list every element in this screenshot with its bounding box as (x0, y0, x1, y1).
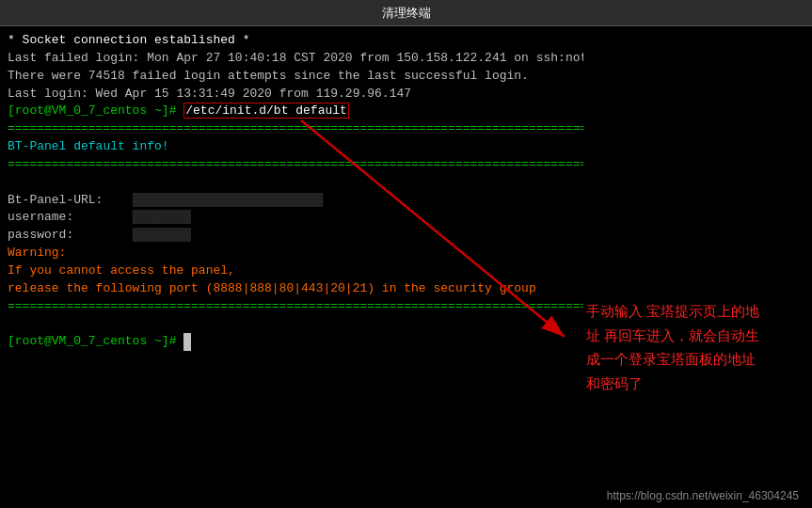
title-bar: 清理终端 (0, 0, 812, 26)
terminal-line: Last login: Wed Apr 15 13:31:49 2020 fro… (8, 86, 576, 103)
terminal-line (8, 316, 576, 334)
terminal-line: Last failed login: Mon Apr 27 10:40:18 C… (8, 50, 576, 68)
separator-line: ========================================… (8, 156, 576, 174)
username-line: username: ████████ (8, 209, 576, 227)
bottom-url: https://blog.csdn.net/weixin_46304245 (607, 489, 799, 502)
annotation-text: 手动输入 宝塔提示页上的地 址 再回车进入，就会自动生 成一个登录宝塔面板的地址… (586, 299, 793, 395)
bt-url-line: Bt-Panel-URL: ██████████████████████████ (8, 192, 576, 210)
warning-line2: release the following port (8888|888|80|… (8, 280, 576, 298)
terminal-line (8, 174, 576, 192)
terminal-line: There were 74518 failed login attempts s… (8, 68, 576, 86)
title-label: 清理终端 (382, 5, 431, 22)
terminal-line: [root@VM_0_7_centos ~]# /etc/init.d/bt d… (8, 103, 576, 120)
warning-line1: If you cannot access the panel, (8, 262, 576, 280)
prompt-line: [root@VM_0_7_centos ~]# (8, 333, 576, 351)
separator-line: ========================================… (8, 120, 576, 138)
password-line: password: ████████ (8, 227, 576, 245)
warning-label: Warning: (8, 245, 576, 262)
terminal-line: * Socket connection established * (8, 32, 576, 50)
panel-info-label: BT-Panel default info! (8, 138, 576, 156)
separator-line: ========================================… (8, 298, 576, 316)
terminal: * Socket connection established * Last f… (0, 26, 583, 508)
highlighted-command: /etc/init.d/bt default (183, 103, 349, 119)
